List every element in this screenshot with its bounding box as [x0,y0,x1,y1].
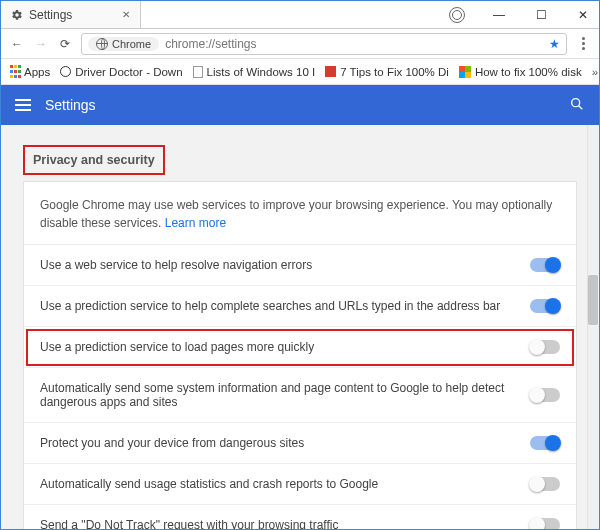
learn-more-link[interactable]: Learn more [165,216,226,230]
back-button[interactable]: ← [9,36,25,52]
settings-title: Settings [45,97,96,113]
bookmark-item[interactable]: 7 Tips to Fix 100% Di [325,66,449,78]
bookmarks-bar: Apps Driver Doctor - Down Lists of Windo… [1,59,599,85]
bookmark-label: 7 Tips to Fix 100% Di [340,66,449,78]
profile-icon[interactable] [445,3,469,27]
toggle-switch[interactable] [530,518,560,529]
address-url: chrome://settings [165,37,256,51]
settings-content: Privacy and security Google Chrome may u… [1,125,599,529]
setting-row: Send a "Do Not Track" request with your … [24,505,576,529]
bookmark-label: How to fix 100% disk [475,66,582,78]
section-intro: Google Chrome may use web services to im… [24,182,576,245]
setting-row: Automatically send some system informati… [24,368,576,423]
browser-tab[interactable]: Settings ✕ [1,1,141,29]
toggle-switch[interactable] [530,299,560,313]
setting-label: Automatically send usage statistics and … [40,477,520,491]
toggle-knob [545,257,561,273]
microsoft-icon [459,66,471,78]
setting-row: Use a prediction service to help complet… [24,286,576,327]
minimize-button[interactable]: — [487,3,511,27]
search-icon[interactable] [569,96,585,115]
toggle-knob [545,435,561,451]
browser-menu-button[interactable] [575,36,591,52]
toolbar: ← → ⟳ Chrome chrome://settings ★ [1,29,599,59]
setting-label: Send a "Do Not Track" request with your … [40,518,520,529]
window-titlebar: Settings ✕ — ☐ ✕ [1,1,599,29]
section-title-privacy: Privacy and security [23,145,165,175]
toggle-knob [529,476,545,492]
toggle-switch[interactable] [530,477,560,491]
toggle-knob [529,339,545,355]
scrollbar-track[interactable] [587,125,599,529]
toggle-knob [529,517,545,529]
bookmarks-overflow-button[interactable]: » [592,66,598,78]
apps-icon [9,65,20,79]
setting-row: Automatically send usage statistics and … [24,464,576,505]
svg-point-0 [572,98,580,106]
maximize-button[interactable]: ☐ [529,3,553,27]
svg-line-1 [579,105,583,109]
bookmark-star-icon[interactable]: ★ [549,37,560,51]
setting-label: Protect you and your device from dangero… [40,436,520,450]
close-tab-icon[interactable]: ✕ [122,9,130,20]
forward-button[interactable]: → [33,36,49,52]
address-chip-label: Chrome [112,38,151,50]
bookmark-item[interactable]: Driver Doctor - Down [60,66,182,78]
setting-row: Use a web service to help resolve naviga… [24,245,576,286]
toggle-switch[interactable] [530,436,560,450]
bookmark-label: Driver Doctor - Down [75,66,182,78]
globe-icon [96,38,108,50]
setting-row: Use a prediction service to load pages m… [24,327,576,368]
close-window-button[interactable]: ✕ [571,3,595,27]
scrollbar-thumb[interactable] [588,275,598,325]
bookmark-label: Lists of Windows 10 I [207,66,316,78]
target-icon [60,66,71,77]
window-controls: — ☐ ✕ [141,1,599,29]
reload-button[interactable]: ⟳ [57,36,73,52]
address-origin-chip: Chrome [88,37,159,51]
document-icon [193,66,203,78]
setting-label: Use a prediction service to load pages m… [40,340,520,354]
bookmark-item[interactable]: How to fix 100% disk [459,66,582,78]
setting-label: Automatically send some system informati… [40,381,520,409]
setting-label: Use a prediction service to help complet… [40,299,520,313]
apps-shortcut[interactable]: Apps [9,65,50,79]
privacy-card: Google Chrome may use web services to im… [23,181,577,529]
toggle-switch[interactable] [530,258,560,272]
toggle-switch[interactable] [530,388,560,402]
toggle-switch[interactable] [530,340,560,354]
app-icon [325,66,336,77]
intro-text: Google Chrome may use web services to im… [40,198,552,230]
gear-icon [11,9,23,21]
address-bar[interactable]: Chrome chrome://settings ★ [81,33,567,55]
apps-label: Apps [24,66,50,78]
menu-icon[interactable] [15,99,31,111]
toggle-knob [529,387,545,403]
setting-row: Protect you and your device from dangero… [24,423,576,464]
settings-header: Settings [1,85,599,125]
bookmark-item[interactable]: Lists of Windows 10 I [193,66,316,78]
setting-label: Use a web service to help resolve naviga… [40,258,520,272]
toggle-knob [545,298,561,314]
tab-title: Settings [29,8,116,22]
